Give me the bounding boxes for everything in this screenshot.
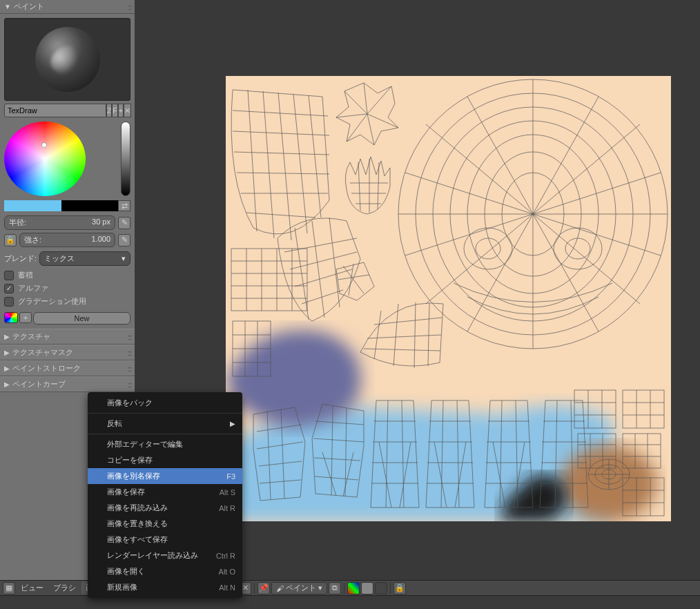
paint-curve-panel-header[interactable]: ▶ペイントカーブ:::: (0, 376, 135, 392)
svg-line-31 (364, 83, 367, 114)
menu-edit-externally[interactable]: 外部エディターで編集 (88, 436, 242, 452)
remove-brush-button[interactable]: ✕ (124, 104, 131, 117)
blend-mode-dropdown[interactable]: ミックス ▾ (39, 251, 130, 266)
paint-stroke-panel-header[interactable]: ▶ペイントストローク:::: (0, 360, 135, 376)
svg-line-97 (457, 400, 459, 508)
gradient-checkbox[interactable]: グラデーション使用 (4, 295, 130, 308)
menu-reload[interactable]: 画像を再読み込みAlt R (88, 500, 242, 516)
updown-icon: ▾ (121, 254, 126, 263)
svg-rect-51 (231, 249, 307, 311)
submenu-arrow-icon: ▶ (230, 420, 235, 427)
strength-lock-button[interactable]: 🔒 (4, 234, 17, 246)
uv-canvas[interactable] (226, 76, 671, 521)
svg-rect-139 (623, 478, 664, 516)
brush-menu-button[interactable]: ブラシ (49, 581, 80, 594)
svg-line-21 (233, 131, 329, 135)
svg-line-67 (393, 304, 398, 366)
svg-line-76 (315, 421, 364, 425)
svg-line-105 (516, 400, 518, 508)
menu-save-as[interactable]: 画像を別名保存F3 (88, 468, 242, 484)
svg-line-28 (278, 93, 291, 240)
svg-line-96 (441, 400, 443, 508)
lock-button[interactable]: 🔒 (393, 582, 406, 594)
pin-icon: 📌 (259, 583, 269, 592)
svg-line-44 (284, 238, 357, 252)
image-context-menu: 画像をパック 反転▶ 外部エディターで編集 コピーを保存 画像を別名保存F3 画… (88, 392, 242, 598)
value-slider[interactable] (121, 122, 130, 196)
menu-replace[interactable]: 画像を置き換える (88, 516, 242, 532)
display-channel-alpha-button[interactable] (361, 582, 373, 594)
menu-invert[interactable]: 反転▶ (88, 416, 242, 432)
color-wheel[interactable] (4, 122, 86, 196)
panel-grip-icon[interactable]: :::: (128, 3, 130, 11)
svg-line-112 (555, 400, 557, 508)
brush-ball-icon (35, 27, 100, 92)
palette-new-button[interactable]: New (33, 312, 130, 325)
fake-user-button[interactable]: F (112, 104, 118, 117)
svg-line-73 (260, 480, 301, 483)
mode-dropdown[interactable]: 🖌 ペイント ▾ (271, 582, 327, 594)
svg-rect-129 (623, 434, 661, 468)
svg-line-79 (315, 476, 358, 480)
svg-line-90 (379, 442, 391, 508)
svg-line-107 (514, 442, 525, 508)
radius-field[interactable]: 半径: 30 px (4, 215, 115, 230)
svg-line-50 (329, 218, 340, 307)
uv-select-sync-button[interactable]: ⧉ (329, 582, 341, 594)
add-brush-button[interactable]: + (118, 104, 124, 117)
svg-line-63 (374, 318, 442, 325)
menu-save[interactable]: 画像を保存Alt S (88, 484, 242, 500)
menu-save-copy[interactable]: コピーを保存 (88, 452, 242, 468)
svg-line-41 (358, 162, 360, 211)
svg-line-104 (500, 400, 502, 508)
blend-label: ブレンド: (4, 253, 37, 264)
view-menu-button[interactable]: ビュー (17, 581, 48, 594)
secondary-color-swatch[interactable] (61, 200, 119, 211)
svg-rect-114 (574, 390, 616, 428)
texture-panel-header[interactable]: ▶テクスチャ:::: (0, 329, 135, 345)
menu-pack-image[interactable]: 画像をパック (88, 395, 242, 411)
brush-icon: 🖌 (276, 584, 284, 592)
svg-line-27 (263, 91, 274, 238)
color-cursor-icon (41, 142, 47, 148)
palette-add-button[interactable]: + (19, 312, 32, 323)
strength-pressure-button[interactable]: ✎ (118, 234, 130, 246)
accumulate-checkbox[interactable]: 蓄積 (4, 269, 130, 282)
palette-browse-button[interactable] (4, 312, 18, 323)
display-channel-rgb-button[interactable] (347, 582, 360, 594)
lock-icon: 🔒 (6, 235, 15, 244)
svg-line-64 (367, 335, 441, 338)
alpha-checkbox[interactable]: アルファ (4, 282, 130, 295)
primary-color-swatch[interactable] (4, 200, 61, 211)
radius-pressure-button[interactable]: ✎ (118, 217, 130, 229)
menu-open-image[interactable]: 画像を開くAlt O (88, 563, 242, 579)
menu-read-render-layer[interactable]: レンダーレイヤー読み込みCtrl R (88, 548, 242, 563)
paint-panel-header[interactable]: ▼ ペイント :::: (0, 0, 135, 14)
svg-line-22 (234, 152, 329, 155)
svg-line-88 (386, 400, 388, 508)
svg-line-70 (257, 425, 302, 432)
menu-new-image[interactable]: 新規画像Alt N (88, 579, 242, 595)
svg-line-71 (257, 442, 303, 449)
brush-preview[interactable] (4, 18, 130, 101)
svg-line-30 (309, 95, 321, 218)
svg-line-32 (367, 86, 391, 114)
svg-line-68 (414, 302, 416, 368)
brush-users-button[interactable]: 2 (106, 104, 112, 117)
svg-line-23 (237, 173, 329, 174)
svg-line-89 (402, 400, 404, 508)
texture-mask-panel-header[interactable]: ▶テクスチャマスク:::: (0, 345, 135, 360)
strength-field[interactable]: 強さ: 1.000 (19, 233, 115, 247)
brush-name-input[interactable] (4, 104, 106, 117)
display-channel-z-button[interactable] (375, 582, 387, 594)
editor-type-button[interactable]: ▦ (3, 582, 15, 594)
svg-line-33 (367, 114, 398, 128)
svg-line-91 (400, 442, 411, 508)
svg-line-113 (571, 400, 573, 508)
svg-line-75 (281, 409, 284, 499)
swap-colors-button[interactable]: ⇄ (118, 200, 130, 211)
svg-point-11 (565, 238, 590, 259)
svg-line-98 (434, 442, 447, 508)
pin-button[interactable]: 📌 (257, 582, 270, 594)
menu-save-all[interactable]: 画像をすべて保存 (88, 532, 242, 548)
